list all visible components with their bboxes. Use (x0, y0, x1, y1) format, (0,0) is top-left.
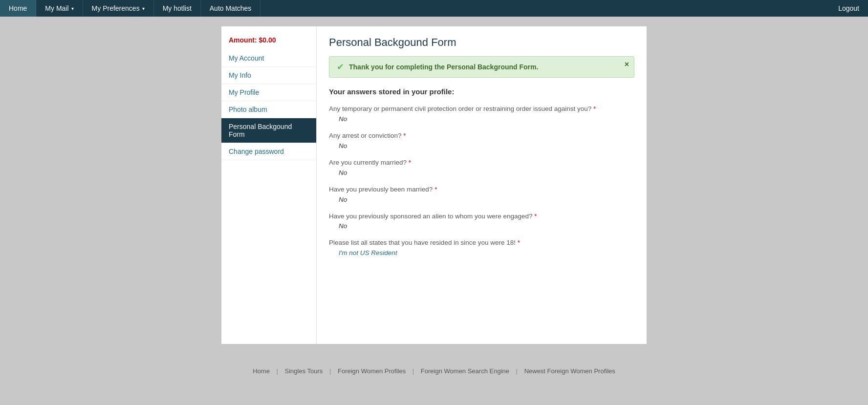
alert-close-button[interactable]: × (625, 61, 629, 68)
answer-6[interactable]: I'm not US Resident (339, 249, 634, 256)
answer-5: No (339, 222, 634, 230)
sidebar: Amount: $0.00 My Account My Info My Prof… (221, 26, 317, 344)
question-2: Any arrest or conviction? * (329, 131, 634, 141)
qa-block-6: Please list all states that you have res… (329, 238, 634, 256)
nav-my-preferences[interactable]: My Preferences ▾ (83, 0, 154, 17)
footer-foreign-profiles[interactable]: Foreign Women Profiles (338, 367, 406, 375)
footer-singles-tours[interactable]: Singles Tours (285, 367, 323, 375)
answer-1: No (339, 115, 634, 123)
qa-block-1: Any temporary or permanent civil protect… (329, 105, 634, 123)
footer: Home | Singles Tours | Foreign Women Pro… (0, 359, 868, 384)
qa-block-5: Have you previously sponsored an alien t… (329, 212, 634, 230)
required-1: * (593, 105, 596, 112)
profile-subtitle: Your answers stored in your profile: (329, 87, 634, 96)
question-5: Have you previously sponsored an alien t… (329, 212, 634, 221)
sidebar-my-account[interactable]: My Account (221, 50, 316, 67)
my-mail-caret: ▾ (71, 6, 74, 11)
footer-search-engine[interactable]: Foreign Women Search Engine (421, 367, 509, 375)
nav-auto-matches[interactable]: Auto Matches (201, 0, 261, 17)
required-4: * (434, 186, 437, 193)
nav-home[interactable]: Home (0, 0, 36, 17)
required-6: * (518, 239, 520, 246)
required-2: * (403, 132, 406, 139)
main-content: Personal Backgound Form ✔ Thank you for … (317, 26, 647, 344)
question-1: Any temporary or permanent civil protect… (329, 105, 634, 114)
footer-newest-profiles[interactable]: Newest Foreign Women Profiles (524, 367, 615, 375)
answer-3: No (339, 169, 634, 176)
required-5: * (534, 213, 537, 220)
footer-home[interactable]: Home (253, 367, 270, 375)
sidebar-my-info[interactable]: My Info (221, 67, 316, 84)
my-preferences-caret: ▾ (142, 6, 145, 11)
page-container: Amount: $0.00 My Account My Info My Prof… (221, 26, 647, 344)
alert-text: Thank you for completing the Personal Ba… (349, 63, 538, 71)
required-3: * (409, 159, 411, 166)
sidebar-personal-background[interactable]: Personal Backgound Form (221, 118, 316, 143)
footer-sep-1: | (277, 367, 278, 375)
nav-my-hotlist[interactable]: My hotlist (154, 0, 201, 17)
sidebar-amount: Amount: $0.00 (221, 31, 316, 50)
nav-my-mail[interactable]: My Mail ▾ (36, 0, 83, 17)
footer-sep-2: | (329, 367, 331, 375)
question-3: Are you currently married? * (329, 158, 634, 168)
question-4: Have you previously been married? * (329, 185, 634, 194)
answer-4: No (339, 196, 634, 203)
sidebar-change-password[interactable]: Change password (221, 143, 316, 160)
qa-block-2: Any arrest or conviction? * No (329, 131, 634, 149)
qa-block-3: Are you currently married? * No (329, 158, 634, 176)
answer-2: No (339, 142, 634, 149)
nav-logout[interactable]: Logout (829, 0, 868, 17)
page-title: Personal Backgound Form (329, 36, 634, 49)
main-wrapper: Amount: $0.00 My Account My Info My Prof… (0, 17, 868, 359)
sidebar-my-profile[interactable]: My Profile (221, 84, 316, 101)
main-nav: Home My Mail ▾ My Preferences ▾ My hotli… (0, 0, 868, 17)
footer-sep-4: | (516, 367, 518, 375)
footer-sep-3: | (412, 367, 414, 375)
sidebar-photo-album[interactable]: Photo album (221, 101, 316, 118)
qa-block-4: Have you previously been married? * No (329, 185, 634, 203)
check-icon: ✔ (337, 62, 344, 72)
success-alert: ✔ Thank you for completing the Personal … (329, 56, 634, 78)
question-6: Please list all states that you have res… (329, 238, 634, 248)
